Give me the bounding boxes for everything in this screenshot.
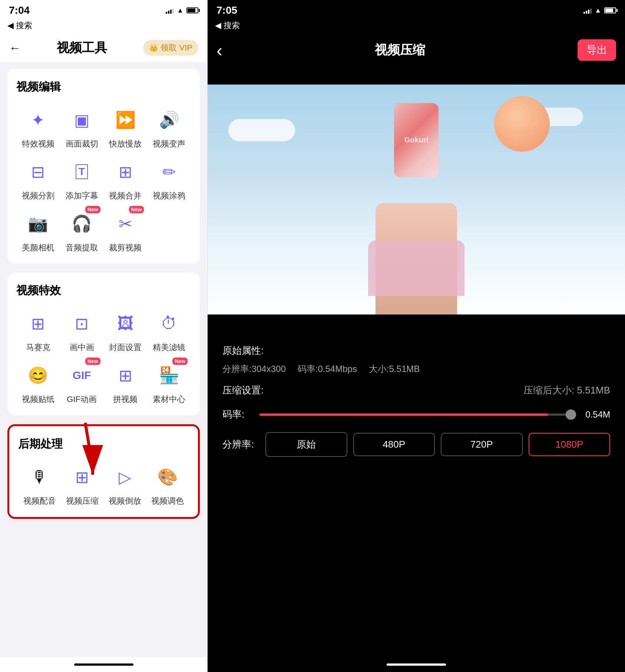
right-nav-bar: ‹ 视频压缩 导出 (208, 34, 625, 66)
resolution-1080p-btn[interactable]: 1080P (529, 433, 611, 456)
cloud1 (228, 119, 295, 141)
tool-label-sticker: 视频贴纸 (22, 394, 54, 405)
tool-merge[interactable]: ⊞ 视频合并 (104, 157, 148, 201)
compress-result-value: 5.51MB (577, 385, 610, 396)
dubbing-icon: 🎙 (32, 468, 48, 486)
tool-material[interactable]: 🏪 New 素材中心 (147, 360, 191, 405)
tool-voice-change[interactable]: 🔊 视频变声 (147, 105, 191, 149)
crown-icon: 👑 (149, 43, 158, 52)
right-back-button[interactable]: ‹ (216, 40, 222, 60)
video-top-padding (208, 66, 625, 85)
filter-icon: ⏱ (161, 314, 177, 333)
tool-label-mosaic: 马赛克 (26, 342, 50, 353)
right-signal-icon (583, 7, 592, 14)
right-search-back-icon[interactable]: ◀ (215, 21, 221, 30)
tool-label-filter: 精美滤镜 (153, 342, 185, 353)
size-label-prop: 大小: (369, 364, 389, 374)
signal-icon (166, 7, 174, 14)
tool-label-special-effects: 特效视频 (22, 138, 54, 149)
right-status-icons: ▲ (583, 7, 616, 14)
resolution-original-btn[interactable]: 原始 (265, 432, 347, 457)
resolution-480p-btn[interactable]: 480P (353, 433, 435, 456)
tool-clip-video[interactable]: ✂ New 裁剪视频 (104, 209, 148, 253)
reverse-icon: ▷ (119, 468, 131, 487)
tool-collage[interactable]: ⊞ 拼视频 (104, 360, 148, 405)
right-battery-icon (604, 7, 616, 13)
resolution-720p-btn[interactable]: 720P (441, 433, 523, 456)
tool-reverse[interactable]: ▷ 视频倒放 (104, 462, 146, 507)
left-time: 7:04 (9, 4, 30, 16)
bitrate-slider-fill (259, 414, 548, 416)
export-button[interactable]: 导出 (578, 39, 616, 61)
left-search-text[interactable]: 搜索 (16, 20, 32, 31)
tool-gif[interactable]: GIF New GIF动画 (60, 360, 104, 405)
tool-label-subtitle: 添加字幕 (66, 190, 98, 201)
left-search-back-icon[interactable]: ◀ (7, 21, 14, 30)
camera-icon: 📷 (28, 214, 48, 233)
tool-label-reverse: 视频倒放 (109, 495, 141, 507)
tool-label-cover: 封面设置 (109, 342, 142, 353)
tool-compress[interactable]: ⊞ 视频压缩 (61, 462, 103, 507)
left-phone: 7:04 ▲ ◀ 搜索 ← 视频工具 👑 领取 VIP (0, 0, 208, 672)
right-home-indicator (208, 657, 625, 672)
right-nav-title: 视频压缩 (375, 42, 425, 59)
left-home-bar (74, 663, 133, 666)
vip-button[interactable]: 👑 领取 VIP (143, 40, 198, 56)
right-time: 7:05 (216, 4, 237, 16)
right-search-bar: ◀ 搜索 (208, 19, 625, 34)
tool-split[interactable]: ⊟ 视频分割 (16, 157, 60, 201)
tool-cover[interactable]: 🖼 封面设置 (104, 309, 148, 353)
tool-beauty-cam[interactable]: 📷 美颜相机 (16, 209, 60, 253)
tool-pip[interactable]: ⊡ 画中画 (60, 309, 104, 353)
left-back-button[interactable]: ← (9, 41, 21, 55)
tool-label-dubbing: 视频配音 (23, 495, 56, 507)
tool-label-clip: 裁剪视频 (109, 242, 142, 253)
tool-filter[interactable]: ⏱ 精美滤镜 (147, 309, 191, 353)
tool-label-paint: 视频涂鸦 (153, 190, 185, 201)
resolution-detail: 分辨率:304x300 (222, 363, 286, 375)
left-search-bar: ◀ 搜索 (0, 19, 207, 34)
tool-label-beauty-cam: 美颜相机 (22, 242, 54, 253)
bitrate-slider-label: 码率: (222, 408, 252, 421)
bitrate-slider-thumb[interactable] (566, 409, 576, 420)
video-effects-title: 视频特效 (16, 283, 191, 298)
bitrate-detail: 码率:0.54Mbps (298, 363, 357, 375)
tool-sticker[interactable]: 😊 视频贴纸 (16, 360, 60, 405)
tool-paint[interactable]: ✏ 视频涂鸦 (147, 157, 191, 201)
tool-audio-extract[interactable]: 🎧 New 音频提取 (60, 209, 104, 253)
split-icon: ⊟ (31, 162, 45, 181)
left-status-icons: ▲ (166, 7, 198, 14)
resolution-label-prop: 分辨率: (222, 364, 252, 374)
tool-color[interactable]: 🎨 视频调色 (146, 462, 189, 507)
tool-label-split: 视频分割 (22, 190, 54, 201)
bitrate-label-prop: 码率: (298, 364, 318, 374)
cover-icon: 🖼 (117, 314, 133, 333)
new-badge-material: New (172, 358, 188, 365)
tool-label-speed: 快放慢放 (109, 138, 142, 149)
post-processing-grid: 🎙 视频配音 ⊞ 视频压缩 ▷ 视频倒放 (18, 462, 189, 507)
tool-label-material: 素材中心 (153, 394, 185, 405)
left-nav-bar: ← 视频工具 👑 领取 VIP (0, 34, 207, 62)
bitrate-slider-row: 码率: 0.54M (222, 408, 610, 421)
video-frame: Gokuri (208, 85, 625, 314)
video-preview: Gokuri (208, 85, 625, 314)
tool-dubbing[interactable]: 🎙 视频配音 (18, 462, 61, 507)
right-status-bar: 7:05 ▲ (208, 0, 625, 19)
video-editing-title: 视频编辑 (16, 79, 191, 95)
video-bottom-padding (208, 314, 625, 333)
tool-special-effects[interactable]: ✦ 特效视频 (16, 105, 60, 149)
tool-mosaic[interactable]: ⊞ 马赛克 (16, 309, 60, 353)
star-icon: ✦ (31, 111, 45, 129)
tool-speed[interactable]: ⏩ 快放慢放 (104, 105, 148, 149)
tool-subtitle[interactable]: T 添加字幕 (60, 157, 104, 201)
tool-label-crop: 画面裁切 (66, 138, 98, 149)
video-effects-section: 视频特效 ⊞ 马赛克 ⊡ 画中画 🖼 (7, 273, 200, 415)
right-home-bar (387, 663, 446, 666)
bitrate-slider-track[interactable] (259, 414, 573, 416)
tool-label-pip: 画中画 (70, 342, 94, 353)
left-home-indicator (0, 657, 207, 672)
right-search-text[interactable]: 搜索 (224, 20, 240, 31)
tool-crop[interactable]: ▣ 画面裁切 (60, 105, 104, 149)
new-badge-gif: New (85, 358, 100, 365)
info-panel: 原始属性: 分辨率:304x300 码率:0.54Mbps 大小:5.51MB … (208, 333, 625, 657)
